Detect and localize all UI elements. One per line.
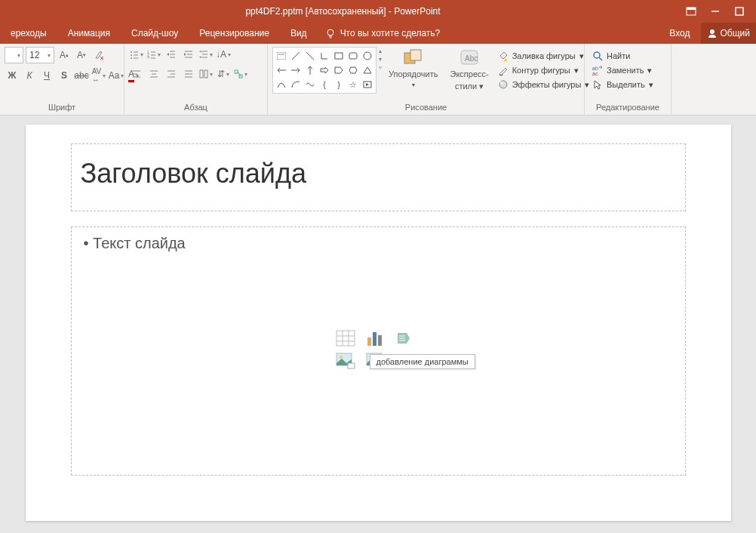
tab-view[interactable]: Вид (280, 23, 318, 44)
shape-fill-button[interactable]: Заливка фигуры ▾ (495, 50, 593, 62)
share-label: Общий (721, 28, 751, 39)
shape-connector-icon[interactable] (318, 49, 331, 63)
svg-line-50 (292, 52, 300, 60)
shape-roundrect-icon[interactable] (346, 49, 360, 63)
replace-button[interactable]: abacЗаменить ▾ (589, 64, 656, 76)
title-placeholder[interactable]: Заголовок слайда (71, 143, 686, 211)
tab-transitions[interactable]: ереходы (0, 23, 57, 44)
svg-rect-44 (204, 70, 207, 78)
svg-rect-48 (277, 52, 286, 60)
shape-brace-l-icon[interactable]: { (318, 78, 331, 91)
slide[interactable]: Заголовок слайда Текст слайда добавление… (26, 125, 731, 521)
clear-format-icon[interactable] (91, 48, 106, 63)
font-size-select[interactable]: 12▾ (26, 47, 54, 63)
tell-me-text: Что вы хотите сделать? (340, 28, 441, 39)
group-paragraph: 123 ↓A ⇵ Абзац (124, 44, 268, 115)
svg-text:ab: ab (592, 66, 598, 71)
shape-arrow-u-icon[interactable] (303, 63, 317, 77)
content-placeholder[interactable]: Текст слайда добавление диаграммы (71, 226, 686, 476)
slide-canvas[interactable]: Заголовок слайда Текст слайда добавление… (0, 116, 756, 533)
shape-star-icon[interactable]: ☆ (346, 78, 360, 91)
shape-arc-icon[interactable] (289, 78, 303, 91)
case-button[interactable]: Aa (109, 68, 124, 83)
shape-outline-button[interactable]: Контур фигуры ▾ (495, 64, 593, 76)
align-right-button[interactable] (164, 66, 179, 82)
shape-hexagon-icon[interactable] (346, 63, 360, 77)
shape-circle-icon[interactable] (361, 49, 374, 63)
shape-textbox-icon[interactable] (275, 49, 288, 63)
tell-me-search[interactable]: Что вы хотите сделать? (318, 28, 441, 39)
increase-indent-button[interactable] (181, 47, 196, 62)
insert-chart-icon[interactable] (365, 329, 386, 347)
shape-curve-icon[interactable] (275, 78, 288, 91)
shape-triangle-icon[interactable] (361, 63, 374, 77)
edit-group-label: Редактирование (589, 101, 666, 115)
shapes-gallery[interactable]: { } ☆ (272, 47, 376, 94)
shape-pentagon-icon[interactable] (332, 63, 346, 77)
search-icon (592, 51, 603, 61)
bold-button[interactable]: Ж (5, 68, 20, 83)
decrease-font-icon[interactable]: A▾ (74, 48, 89, 63)
shape-line2-icon[interactable] (303, 49, 317, 63)
group-editing: Найти abacЗаменить ▾ Выделить ▾ Редактир… (585, 44, 671, 115)
svg-point-10 (131, 51, 132, 53)
shape-effects-button[interactable]: Эффекты фигуры ▾ (495, 79, 593, 91)
underline-button[interactable]: Ч (39, 68, 54, 83)
svg-point-54 (364, 52, 371, 60)
tab-slideshow[interactable]: Слайд-шоу (121, 23, 189, 44)
menu-bar: ереходы Анимация Слайд-шоу Рецензировани… (0, 23, 756, 44)
spacing-button[interactable]: AV↔ (91, 68, 106, 83)
justify-button[interactable] (181, 66, 196, 82)
share-button[interactable]: Общий (701, 23, 757, 44)
strike-button[interactable]: abc (74, 68, 89, 83)
sign-in-link[interactable]: Вход (659, 23, 700, 44)
title-text[interactable]: Заголовок слайда (81, 158, 306, 189)
shape-arrow-r-icon[interactable] (289, 63, 303, 77)
smartart-button[interactable] (233, 66, 248, 82)
decrease-indent-button[interactable] (164, 47, 179, 62)
text-direction-button[interactable]: ↓A (216, 47, 231, 62)
bullets-button[interactable] (129, 47, 144, 62)
numbering-button[interactable]: 123 (146, 47, 161, 62)
find-button[interactable]: Найти (589, 50, 656, 62)
svg-rect-52 (335, 53, 343, 59)
tab-animation[interactable]: Анимация (57, 23, 121, 44)
increase-font-icon[interactable]: A▴ (57, 48, 72, 63)
ribbon: ▾ 12▾ A▴ A▾ Ж К Ч S abc AV↔ Aa A Шрифт (0, 44, 756, 116)
arrange-label: Упорядочить (389, 69, 438, 79)
svg-point-14 (131, 57, 132, 59)
shape-arrow-l-icon[interactable] (275, 63, 288, 77)
svg-rect-3 (736, 8, 743, 15)
insert-picture-icon[interactable] (335, 352, 356, 370)
ribbon-display-icon[interactable] (686, 6, 696, 17)
arrange-button[interactable]: Упорядочить ▾ (383, 47, 444, 90)
replace-icon: abac (592, 65, 603, 75)
svg-rect-72 (367, 337, 371, 346)
maximize-icon[interactable] (734, 6, 745, 17)
minimize-icon[interactable] (710, 6, 721, 17)
insert-smartart-icon[interactable] (395, 329, 416, 347)
svg-line-51 (306, 52, 314, 60)
svg-rect-43 (200, 70, 203, 78)
insert-table-icon[interactable] (335, 329, 356, 347)
shape-arrow-block-icon[interactable] (318, 63, 331, 77)
shadow-button[interactable]: S (57, 68, 72, 83)
shape-brace-r-icon[interactable]: } (332, 78, 346, 91)
svg-rect-74 (378, 335, 382, 346)
body-text[interactable]: Текст слайда (84, 235, 673, 252)
columns-button[interactable] (198, 66, 214, 82)
shape-action-icon[interactable] (361, 78, 374, 91)
quick-styles-button[interactable]: Abc Экспресс- стили ▾ (444, 47, 494, 93)
shape-line-icon[interactable] (289, 49, 303, 63)
align-text-button[interactable]: ⇵ (216, 66, 231, 82)
font-family-select[interactable]: ▾ (5, 47, 23, 63)
align-center-button[interactable] (146, 66, 161, 82)
shape-wave-icon[interactable] (303, 78, 317, 91)
shape-rect-icon[interactable] (332, 49, 346, 63)
select-button[interactable]: Выделить ▾ (589, 79, 656, 91)
effects-icon (498, 79, 509, 90)
italic-button[interactable]: К (22, 68, 37, 83)
align-left-button[interactable] (129, 66, 144, 82)
line-spacing-button[interactable] (198, 47, 214, 62)
tab-review[interactable]: Рецензирование (189, 23, 280, 44)
